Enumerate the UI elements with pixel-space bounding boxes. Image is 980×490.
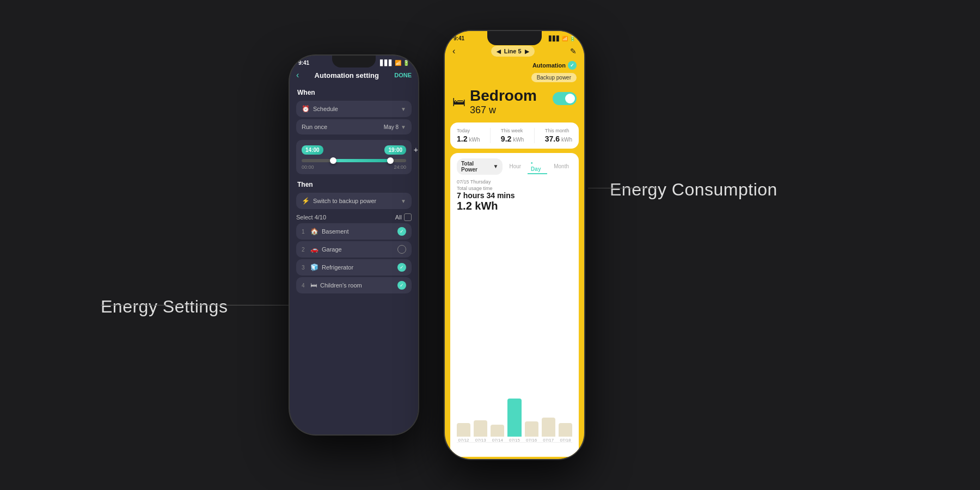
today-value: 1.2 kWh — [457, 134, 480, 143]
backup-action-row[interactable]: ⚡ Switch to backup power ▼ — [296, 193, 412, 209]
bar-group-2: 07/13 — [474, 420, 487, 443]
signal-icon: ▋▋▋ — [380, 60, 393, 66]
check-circle-3[interactable]: ✓ — [397, 263, 406, 272]
basement-icon: 🏠 — [310, 228, 318, 235]
slider-thumb-left[interactable] — [330, 157, 336, 164]
stat-month: This month 37.6 kWh — [545, 128, 572, 143]
schedule-label: Schedule — [313, 106, 338, 112]
chart-controls: Total Power ▼ Hour • Day Month — [457, 158, 572, 175]
item-number-4: 4 — [302, 283, 307, 289]
status-icons-left: ▋▋▋ 📶 🔋 — [380, 60, 409, 66]
chart-date: 07/15 Thursday — [457, 179, 572, 185]
check-circle-4[interactable]: ✓ — [397, 281, 406, 290]
x-axis-line — [457, 442, 572, 443]
line-selector[interactable]: ◀ Line 5 ▶ — [491, 46, 535, 57]
energy-consumption-label: Energy Consumption — [610, 180, 777, 200]
stats-card: Today 1.2 kWh This week 9.2 kWh This mon… — [450, 122, 579, 149]
run-once-label: Run once — [302, 124, 327, 130]
item-name-3: Refrigerator — [322, 264, 353, 271]
automation-badge: Automation ✓ — [532, 61, 577, 70]
energy-settings-label: Energy Settings — [101, 297, 228, 317]
tab-day[interactable]: • Day — [528, 159, 547, 174]
item-number-2: 2 — [302, 247, 307, 253]
dropdown-arrow-icon: ▼ — [493, 163, 499, 169]
bar-7 — [559, 423, 572, 437]
clock-icon: ⏰ — [302, 105, 310, 113]
bar-4-active — [507, 399, 521, 437]
usage-time: 7 hours 34 mins — [457, 191, 572, 200]
power-dropdown[interactable]: Total Power ▼ — [457, 158, 503, 175]
bars-area: 07/12 07/13 07/14 07/15 07/16 — [457, 217, 572, 451]
all-checkbox-box[interactable] — [404, 213, 412, 221]
list-item[interactable]: 2 🚗 Garage — [296, 241, 412, 258]
schedule-dropdown[interactable]: ⏰ Schedule ▼ — [296, 101, 412, 117]
bar-group-7: 07/18 — [559, 423, 572, 443]
bedroom-area: 🛏 Bedroom 367 w — [445, 84, 584, 120]
line-label: Line 5 — [504, 48, 522, 54]
list-item-left-4: 4 🛏 Children's room — [302, 281, 362, 289]
stat-divider-2 — [534, 128, 535, 143]
backup-badge: Backup power — [531, 73, 577, 82]
time-labels: 00:00 24:00 — [302, 164, 406, 170]
month-label: This month — [545, 128, 572, 133]
slider-thumb-right[interactable] — [387, 157, 394, 164]
bar-1 — [457, 423, 470, 437]
bar-2 — [474, 420, 487, 437]
status-time-left: 9:41 — [298, 60, 309, 66]
list-item-left-2: 2 🚗 Garage — [302, 246, 342, 253]
bedroom-info: Bedroom 367 w — [470, 88, 537, 116]
empty-circle-2[interactable] — [397, 245, 406, 254]
slider-track[interactable] — [302, 159, 406, 162]
month-value: 37.6 kWh — [545, 134, 572, 143]
watt-unit: w — [489, 105, 496, 115]
item-number-1: 1 — [302, 229, 307, 235]
when-label: When — [290, 85, 418, 99]
week-label: This week — [501, 128, 524, 133]
add-time-button[interactable]: + — [414, 145, 418, 154]
all-checkbox[interactable]: All — [395, 213, 412, 221]
today-label: Today — [457, 128, 480, 133]
power-toggle[interactable] — [553, 92, 577, 105]
week-value: 9.2 kWh — [501, 134, 524, 143]
bedroom-left: 🛏 Bedroom 367 w — [452, 88, 537, 116]
list-item[interactable]: 3 🧊 Refrigerator ✓ — [296, 259, 412, 275]
automation-title: Automation setting — [299, 71, 394, 79]
select-count-label: Select 4/10 — [296, 214, 326, 220]
edit-icon[interactable]: ✎ — [570, 47, 577, 56]
arrow-left-icon[interactable]: ◀ — [497, 48, 501, 54]
date-value: May 8 — [384, 124, 399, 130]
bedroom-title: Bedroom — [470, 88, 537, 105]
time-label-start: 00:00 — [302, 164, 314, 170]
check-circle-1[interactable]: ✓ — [397, 227, 406, 236]
backup-left: ⚡ Switch to backup power — [302, 197, 376, 205]
watt-label: 367 w — [470, 105, 537, 116]
bar-3 — [491, 425, 504, 437]
item-number-3: 3 — [302, 265, 307, 271]
automation-header: ‹ Automation setting DONE — [290, 68, 418, 85]
battery-icon-r: 🔋 — [569, 36, 575, 41]
tab-hour[interactable]: Hour — [506, 162, 524, 170]
garage-icon: 🚗 — [310, 246, 318, 253]
time-slider-container[interactable]: 14:00 19:00 + 00:00 24:00 — [296, 140, 412, 174]
status-time-right: 9:41 — [454, 35, 464, 41]
done-button[interactable]: DONE — [394, 72, 412, 78]
item-name-1: Basement — [322, 228, 349, 235]
run-once-dropdown[interactable]: Run once May 8 ▼ — [296, 119, 412, 134]
bar-group-5: 07/16 — [525, 421, 538, 443]
right-phone-content: 9:41 ▋▋▋ 📶 🔋 ‹ ◀ Line 5 ▶ ✎ Automation ✓ — [445, 31, 584, 459]
list-item[interactable]: 4 🛏 Children's room ✓ — [296, 277, 412, 293]
time-end-bubble: 19:00 — [384, 145, 406, 155]
date-badge: May 8 ▼ — [384, 124, 406, 130]
status-icons-right: ▋▋▋ 📶 🔋 — [549, 36, 575, 41]
tab-month[interactable]: Month — [550, 162, 572, 170]
back-button-right[interactable]: ‹ — [452, 46, 455, 56]
wifi-icon-r: 📶 — [562, 36, 568, 41]
arrow-right-icon[interactable]: ▶ — [525, 48, 529, 54]
chevron-down-icon-3: ▼ — [401, 198, 406, 204]
stat-today: Today 1.2 kWh — [457, 128, 480, 143]
time-bubbles: 14:00 19:00 + — [302, 145, 406, 155]
list-item[interactable]: 1 🏠 Basement ✓ — [296, 223, 412, 240]
chart-container: Total Power ▼ Hour • Day Month 07/15 Thu… — [450, 153, 579, 457]
chevron-down-icon: ▼ — [401, 106, 406, 112]
signal-icon-r: ▋▋▋ — [549, 36, 560, 41]
